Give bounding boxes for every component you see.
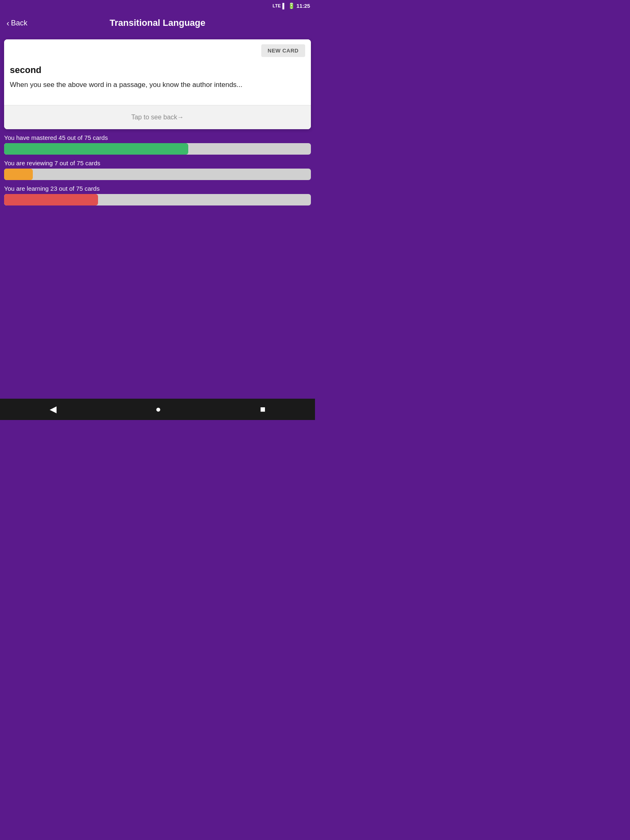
reviewing-bar-fill <box>4 169 33 180</box>
learning-bar-bg <box>4 194 311 205</box>
new-card-button[interactable]: NEW CARD <box>261 44 306 57</box>
mastered-bar-bg <box>4 143 311 155</box>
back-label: Back <box>11 19 27 27</box>
tap-to-see-label: Tap to see back <box>131 114 177 121</box>
card-front: NEW CARD second When you see the above w… <box>4 39 311 105</box>
tap-to-see-back[interactable]: Tap to see back→ <box>4 105 311 129</box>
reviewing-label: You are reviewing 7 out of 75 cards <box>4 160 311 167</box>
flashcard: NEW CARD second When you see the above w… <box>4 39 311 129</box>
reviewing-progress: You are reviewing 7 out of 75 cards <box>4 160 311 180</box>
header: ‹ Back Transitional Language <box>0 11 315 34</box>
signal-icon: ▌ <box>283 3 286 9</box>
learning-bar-fill <box>4 194 98 205</box>
back-button[interactable]: ‹ Back <box>7 18 27 28</box>
nav-home-button[interactable]: ● <box>147 401 169 418</box>
mastered-label: You have mastered 45 out of 75 cards <box>4 134 311 141</box>
mastered-bar-fill <box>4 143 188 155</box>
progress-section: You have mastered 45 out of 75 cards You… <box>0 134 315 205</box>
mastered-progress: You have mastered 45 out of 75 cards <box>4 134 311 155</box>
page-title: Transitional Language <box>110 18 205 28</box>
lte-icon: LTE <box>273 3 281 8</box>
learning-label: You are learning 23 out of 75 cards <box>4 185 311 192</box>
learning-progress: You are learning 23 out of 75 cards <box>4 185 311 205</box>
battery-icon: 🔋 <box>288 2 295 9</box>
tap-arrow-icon: → <box>177 114 184 121</box>
card-description: When you see the above word in a passage… <box>10 80 305 90</box>
back-arrow-icon: ‹ <box>7 18 9 28</box>
status-bar: LTE ▌ 🔋 11:25 <box>0 0 315 11</box>
status-icons: LTE ▌ 🔋 11:25 <box>273 2 310 9</box>
nav-recent-button[interactable]: ■ <box>252 401 274 418</box>
nav-bar: ◀ ● ■ <box>0 399 315 420</box>
status-time: 11:25 <box>297 3 310 9</box>
reviewing-bar-bg <box>4 169 311 180</box>
card-word: second <box>10 65 305 75</box>
nav-back-button[interactable]: ◀ <box>41 401 65 418</box>
